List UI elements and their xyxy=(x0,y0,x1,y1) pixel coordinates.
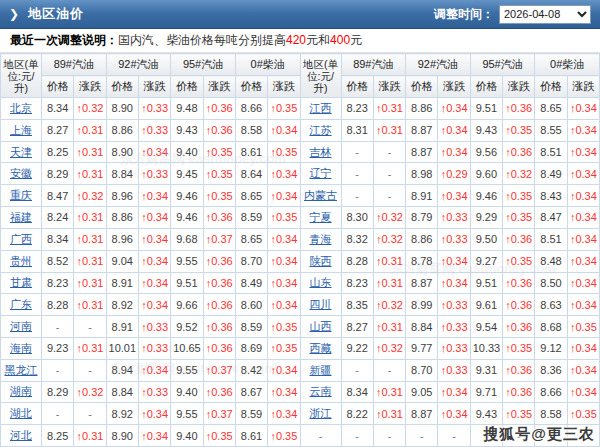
region-link[interactable]: 山东 xyxy=(310,276,332,288)
region-cell[interactable]: 天津 xyxy=(1,141,42,163)
change-cell: - xyxy=(373,185,405,207)
adjust-date-select[interactable]: 2026-04-08 xyxy=(499,5,591,24)
region-cell[interactable]: 福建 xyxy=(1,207,42,229)
region-link[interactable]: 贵州 xyxy=(10,255,32,267)
change-cell: ↑0.35 xyxy=(203,163,235,185)
region-cell[interactable]: 西藏 xyxy=(300,337,341,359)
region-link[interactable]: 江西 xyxy=(310,102,332,114)
region-link[interactable]: 上海 xyxy=(10,124,32,136)
price-cell: 9.51 xyxy=(470,272,502,294)
price-cell: 8.94 xyxy=(106,359,138,381)
region-link[interactable]: 重庆 xyxy=(10,189,32,201)
region-link[interactable]: 浙江 xyxy=(310,407,332,419)
region-cell[interactable]: 湖南 xyxy=(1,381,42,403)
change-cell: - xyxy=(503,425,535,447)
region-link[interactable]: 黑龙江 xyxy=(5,364,38,376)
region-link[interactable]: 新疆 xyxy=(310,364,332,376)
region-cell[interactable]: 山东 xyxy=(300,272,341,294)
region-link[interactable]: 四川 xyxy=(310,298,332,310)
region-link[interactable]: 河北 xyxy=(10,429,32,441)
region-cell[interactable]: 河南 xyxy=(1,316,42,338)
fuel-header-89: 89#汽油 xyxy=(42,54,107,76)
region-cell[interactable]: 广西 xyxy=(1,228,42,250)
region-cell[interactable]: 宁夏 xyxy=(300,207,341,229)
region-link[interactable]: 海南 xyxy=(10,342,32,354)
region-cell[interactable]: 河北 xyxy=(1,425,42,447)
region-link[interactable]: 吉林 xyxy=(310,146,332,158)
region-cell[interactable]: 湖北 xyxy=(1,403,42,425)
region-cell[interactable]: 安徽 xyxy=(1,163,42,185)
price-cell: 8.91 xyxy=(106,272,138,294)
region-cell[interactable]: 黑龙江 xyxy=(1,359,42,381)
price-cell: 8.36 xyxy=(535,359,567,381)
price-cell: 8.63 xyxy=(535,294,567,316)
price-cell: 8.96 xyxy=(106,228,138,250)
region-cell[interactable]: 辽宁 xyxy=(300,163,341,185)
region-cell[interactable]: 浙江 xyxy=(300,403,341,425)
region-link[interactable]: 湖北 xyxy=(10,407,32,419)
region-link[interactable]: 江苏 xyxy=(310,124,332,136)
region-cell[interactable]: 山西 xyxy=(300,316,341,338)
change-cell: - xyxy=(74,316,106,338)
region-link[interactable]: 广东 xyxy=(10,298,32,310)
change-cell: ↑0.34 xyxy=(138,425,170,447)
price-subheader: 价格 xyxy=(341,76,373,98)
region-link[interactable]: 北京 xyxy=(10,102,32,114)
change-cell: ↑0.31 xyxy=(373,250,405,272)
region-link[interactable]: 陕西 xyxy=(310,255,332,267)
region-cell[interactable]: 上海 xyxy=(1,119,42,141)
price-cell: 8.65 xyxy=(535,98,567,120)
region-cell[interactable]: 江西 xyxy=(300,98,341,120)
price-cell: 9.43 xyxy=(470,403,502,425)
price-cell: 8.22 xyxy=(341,403,373,425)
price-cell: 8.69 xyxy=(235,337,267,359)
region-link[interactable]: 云南 xyxy=(310,385,332,397)
region-cell[interactable]: 海南 xyxy=(1,337,42,359)
change-cell: ↑0.31 xyxy=(74,141,106,163)
region-cell[interactable]: 陕西 xyxy=(300,250,341,272)
region-link[interactable]: 辽宁 xyxy=(310,167,332,179)
region-cell[interactable]: 云南 xyxy=(300,381,341,403)
region-link[interactable]: 天津 xyxy=(10,146,32,158)
region-link[interactable]: 甘肃 xyxy=(10,276,32,288)
region-link[interactable]: 宁夏 xyxy=(310,211,332,223)
region-link[interactable]: 福建 xyxy=(10,211,32,223)
region-link[interactable]: 河南 xyxy=(10,320,32,332)
region-link[interactable]: 内蒙古 xyxy=(304,189,337,201)
change-cell: - xyxy=(74,403,106,425)
region-cell[interactable]: 新疆 xyxy=(300,359,341,381)
region-cell[interactable]: 甘肃 xyxy=(1,272,42,294)
region-cell[interactable]: 江苏 xyxy=(300,119,341,141)
notice-amount-1: 420 xyxy=(286,33,306,47)
change-cell: ↑0.32 xyxy=(74,98,106,120)
fuel-header-92: 92#汽油 xyxy=(106,54,171,76)
price-cell: 8.87 xyxy=(406,272,438,294)
change-cell: ↑0.36 xyxy=(503,228,535,250)
table-row: 福建8.24↑0.318.86↑0.349.46↑0.368.59↑0.35宁夏… xyxy=(1,207,600,229)
region-link[interactable]: 青海 xyxy=(310,233,332,245)
change-cell: ↑0.36 xyxy=(503,141,535,163)
price-cell: 8.96 xyxy=(106,185,138,207)
region-cell[interactable]: 北京 xyxy=(1,98,42,120)
table-row: 广西8.34↑0.318.96↑0.349.68↑0.378.65↑0.34青海… xyxy=(1,228,600,250)
region-link[interactable]: 西藏 xyxy=(310,342,332,354)
price-cell: 9.43 xyxy=(470,119,502,141)
table-row: 湖北--8.92↑0.349.55↑0.378.59↑0.34浙江8.22↑0.… xyxy=(1,403,600,425)
region-cell[interactable]: 四川 xyxy=(300,294,341,316)
region-link[interactable]: 安徽 xyxy=(10,167,32,179)
price-cell: 8.50 xyxy=(535,272,567,294)
price-cell: 8.92 xyxy=(106,294,138,316)
region-cell[interactable]: 内蒙古 xyxy=(300,185,341,207)
region-link[interactable]: 湖南 xyxy=(10,385,32,397)
change-cell: ↑0.31 xyxy=(373,381,405,403)
region-cell[interactable]: 广东 xyxy=(1,294,42,316)
region-link[interactable]: 山西 xyxy=(310,320,332,332)
region-cell[interactable]: 青海 xyxy=(300,228,341,250)
price-cell: 8.42 xyxy=(235,359,267,381)
region-link[interactable]: 广西 xyxy=(10,233,32,245)
region-cell[interactable]: 重庆 xyxy=(1,185,42,207)
region-cell[interactable]: 贵州 xyxy=(1,250,42,272)
region-cell[interactable]: 吉林 xyxy=(300,141,341,163)
price-cell: 8.65 xyxy=(235,228,267,250)
change-cell: ↑0.36 xyxy=(203,250,235,272)
